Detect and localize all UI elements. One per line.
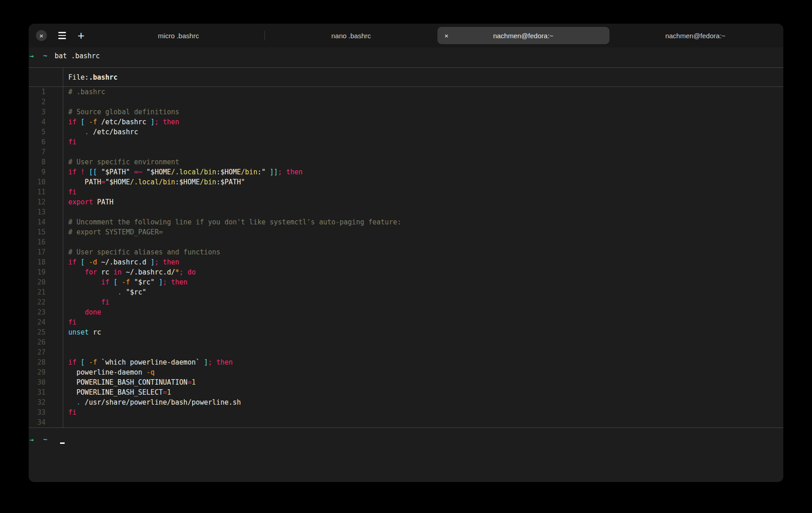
grid-vertical-separator	[63, 67, 63, 428]
code-text: . "$rc"	[63, 287, 147, 297]
line-number: 24	[29, 317, 63, 327]
line-number: 2	[29, 97, 63, 107]
code-line: 15# export SYSTEMD_PAGER=	[29, 227, 783, 237]
code-line: 23 done	[29, 307, 783, 317]
line-number: 8	[29, 157, 63, 167]
line-number: 10	[29, 177, 63, 187]
line-number: 29	[29, 367, 63, 377]
code-text: if ! [[ "$PATH" =~ "$HOME/.local/bin:$HO…	[63, 167, 303, 177]
code-text: # export SYSTEMD_PAGER=	[63, 227, 163, 237]
code-line: 20 if [ -f "$rc" ]; then	[29, 277, 783, 287]
code-line: 16	[29, 237, 783, 247]
line-number: 6	[29, 137, 63, 147]
code-line: 4if [ -f /etc/bashrc ]; then	[29, 117, 783, 127]
prompt-arrow-icon: →	[30, 435, 34, 445]
typed-command: bat .bashrc	[55, 51, 100, 61]
line-number: 9	[29, 167, 63, 177]
line-number: 7	[29, 147, 63, 157]
line-number: 1	[29, 87, 63, 97]
grid-rule-bottom	[29, 427, 783, 428]
code-line: 27	[29, 347, 783, 357]
code-lines: 1# .bashrc23# Source global definitions4…	[29, 87, 783, 427]
prompt-line: → ~ bat .bashrc	[29, 51, 783, 61]
file-header-filename: .bashrc	[89, 72, 117, 82]
code-line: 2	[29, 97, 783, 107]
code-line: 14# Uncomment the following line if you …	[29, 217, 783, 227]
line-number: 12	[29, 197, 63, 207]
code-text	[63, 347, 68, 357]
terminal-window: × + micro .bashrcnano .bashrc×nachmen@fe…	[29, 24, 783, 482]
code-text	[63, 237, 68, 247]
prompt-path: ~	[43, 435, 47, 445]
code-line: 31 POWERLINE_BASH_SELECT=1	[29, 387, 783, 397]
code-line: 1# .bashrc	[29, 87, 783, 97]
tab-1[interactable]: micro .bashrc	[92, 24, 264, 47]
line-number: 26	[29, 337, 63, 347]
line-number: 30	[29, 377, 63, 387]
code-text: # User specific environment	[63, 157, 179, 167]
code-text: fi	[63, 297, 109, 307]
code-line: 26	[29, 337, 783, 347]
tab-close-icon[interactable]: ×	[445, 32, 449, 40]
code-text: for rc in ~/.bashrc.d/*; do	[63, 267, 196, 277]
line-number: 15	[29, 227, 63, 237]
code-text: fi	[63, 407, 76, 417]
code-line: 30 POWERLINE_BASH_CONTINUATION=1	[29, 377, 783, 387]
prompt-arrow-icon: →	[30, 51, 34, 61]
terminal-viewport[interactable]: → ~ bat .bashrc File: .bashrc 1# .bashrc…	[29, 47, 783, 482]
line-number: 17	[29, 247, 63, 257]
line-number: 34	[29, 417, 63, 427]
code-line: 21 . "$rc"	[29, 287, 783, 297]
hamburger-icon	[58, 32, 66, 33]
terminal-cursor	[60, 442, 65, 444]
code-line: 12export PATH	[29, 197, 783, 207]
code-text: export PATH	[63, 197, 113, 207]
plus-icon: +	[77, 29, 84, 42]
code-text: # Uncomment the following line if you do…	[63, 217, 401, 227]
file-header-label: File:	[68, 72, 89, 82]
window-close-button[interactable]: ×	[36, 30, 47, 41]
code-line: 32 . /usr/share/powerline/bash/powerline…	[29, 397, 783, 407]
code-line: 8# User specific environment	[29, 157, 783, 167]
menu-button[interactable]	[57, 32, 67, 39]
tab-3[interactable]: ×nachmen@fedora:~	[437, 27, 609, 44]
line-number: 11	[29, 187, 63, 197]
line-number: 33	[29, 407, 63, 417]
code-line: 5 . /etc/bashrc	[29, 127, 783, 137]
code-text: # Source global definitions	[63, 107, 179, 117]
code-line: 29 powerline-daemon -q	[29, 367, 783, 377]
code-line: 3# Source global definitions	[29, 107, 783, 117]
line-number: 16	[29, 237, 63, 247]
code-line: 28if [ -f `which powerline-daemon` ]; th…	[29, 357, 783, 367]
code-text: POWERLINE_BASH_SELECT=1	[63, 387, 171, 397]
code-text: # User specific aliases and functions	[63, 247, 220, 257]
prompt-path: ~	[43, 51, 47, 61]
code-text: if [ -f "$rc" ]; then	[63, 277, 188, 287]
tab-2[interactable]: nano .bashrc	[265, 24, 437, 47]
code-text: POWERLINE_BASH_CONTINUATION=1	[63, 377, 196, 387]
code-text: unset rc	[63, 327, 101, 337]
new-tab-button[interactable]: +	[76, 30, 86, 41]
line-number: 13	[29, 207, 63, 217]
close-icon: ×	[40, 32, 44, 39]
code-text: fi	[63, 137, 76, 147]
bat-file-header: File: .bashrc	[29, 68, 783, 86]
code-text: if [ -f `which powerline-daemon` ]; then	[63, 357, 233, 367]
code-text	[63, 147, 68, 157]
code-line: 17# User specific aliases and functions	[29, 247, 783, 257]
code-line: 9if ! [[ "$PATH" =~ "$HOME/.local/bin:$H…	[29, 167, 783, 177]
line-number: 23	[29, 307, 63, 317]
code-text: PATH="$HOME/.local/bin:$HOME/bin:$PATH"	[63, 177, 245, 187]
code-line: 24fi	[29, 317, 783, 327]
tab-4[interactable]: nachmen@fedora:~	[609, 24, 782, 47]
code-text: . /etc/bashrc	[63, 127, 138, 137]
line-number: 21	[29, 287, 63, 297]
tab-label: nachmen@fedora:~	[493, 32, 553, 40]
line-number: 25	[29, 327, 63, 337]
code-text: fi	[63, 187, 76, 197]
code-line: 19 for rc in ~/.bashrc.d/*; do	[29, 267, 783, 277]
code-line: 11fi	[29, 187, 783, 197]
tab-bar: × + micro .bashrcnano .bashrc×nachmen@fe…	[29, 24, 783, 47]
code-line: 22 fi	[29, 297, 783, 307]
prompt-line-current: → ~	[29, 435, 783, 445]
